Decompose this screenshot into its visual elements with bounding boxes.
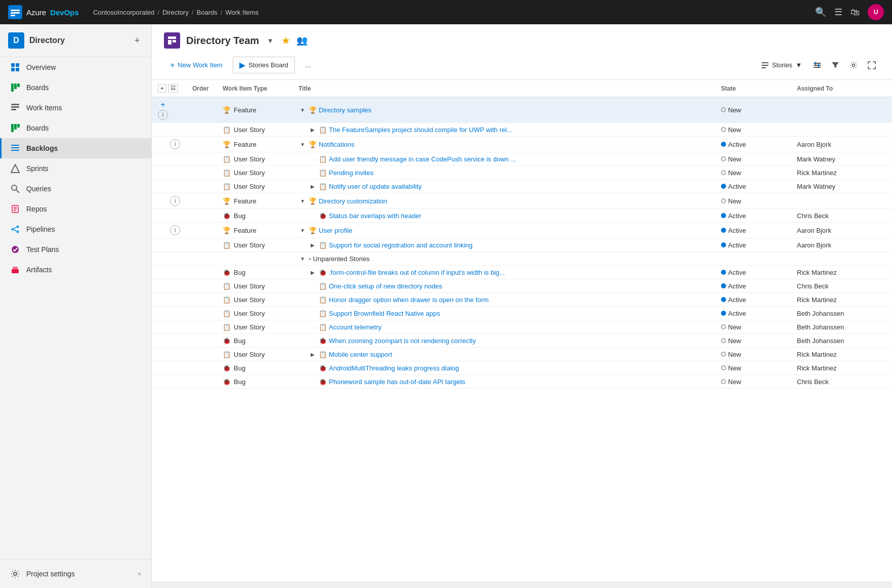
title-link[interactable]: User profile xyxy=(319,227,352,234)
collapse-row-button[interactable]: ▼ xyxy=(299,106,307,114)
title-link[interactable]: One-click setup of new directory nodes xyxy=(329,282,442,290)
title-link[interactable]: Phoneword sample has out-of-date API tar… xyxy=(329,378,465,386)
expand-row-button[interactable]: ▶ xyxy=(309,350,317,358)
type-badge: 🏆Feature xyxy=(223,141,257,148)
breadcrumb-workitems[interactable]: Work Items xyxy=(225,9,259,16)
svg-rect-5 xyxy=(11,68,15,71)
settings-button[interactable] xyxy=(845,57,862,73)
more-options-label: … xyxy=(305,61,312,69)
cell-order xyxy=(186,223,217,238)
settings-icon xyxy=(10,569,20,579)
type-icon: 📋 xyxy=(223,296,231,304)
sidebar-item-boards[interactable]: Boards xyxy=(0,77,151,98)
breadcrumb-project[interactable]: Directory xyxy=(162,9,189,16)
column-options-button[interactable] xyxy=(809,57,825,73)
state-cell: Active xyxy=(721,269,785,276)
cell-order xyxy=(186,123,217,137)
title-link[interactable]: Notify user of update availability xyxy=(329,183,422,190)
title-link[interactable]: The FeatureSamples project should compil… xyxy=(329,126,512,134)
title-link[interactable]: Support Brownfield React Native apps xyxy=(329,310,440,317)
expand-button[interactable] xyxy=(864,57,880,73)
title-link[interactable]: Add user friendly message in case CodePu… xyxy=(329,155,516,163)
sidebar-item-label-pipelines: Pipelines xyxy=(26,225,55,233)
table-header: + ☷ Order Work Item Type Title State Ass… xyxy=(152,80,892,97)
new-work-item-button[interactable]: + New Work Item xyxy=(164,58,229,73)
type-icon: 🐞 xyxy=(223,212,231,220)
state-label: Active xyxy=(728,310,746,317)
breadcrumb-org[interactable]: ContosoIncorporated xyxy=(93,9,154,16)
cell-state: New xyxy=(715,361,791,375)
state-cell: Active xyxy=(721,310,785,317)
team-name: Directory Team xyxy=(186,35,259,47)
grid-col-icon[interactable]: ☷ xyxy=(168,84,178,93)
add-col-icon[interactable]: + xyxy=(158,84,166,93)
cell-assigned xyxy=(791,97,892,123)
title-link[interactable]: Account telemetry xyxy=(329,323,381,331)
info-button[interactable]: i xyxy=(158,110,168,120)
cell-title: ▶📋Mobile center support xyxy=(292,348,715,361)
expand-row-button[interactable]: ▶ xyxy=(309,125,317,134)
expand-row-button[interactable]: ▶ xyxy=(309,268,317,276)
sidebar-item-backlogs[interactable]: Backlogs xyxy=(0,138,151,158)
more-options-button[interactable]: … xyxy=(299,58,318,72)
collapse-row-button[interactable]: ▼ xyxy=(299,255,307,263)
expand-row-button[interactable]: ▶ xyxy=(309,241,317,249)
bottom-scrollbar[interactable] xyxy=(152,582,892,588)
user-avatar[interactable]: U xyxy=(868,4,884,20)
add-project-button[interactable]: + xyxy=(131,34,143,47)
sidebar-item-queries[interactable]: Queries xyxy=(0,179,151,199)
title-link[interactable]: Support for social registration and acco… xyxy=(329,241,473,249)
sidebar-item-workitems[interactable]: Work Items xyxy=(0,98,151,118)
sidebar-item-testplans[interactable]: Test Plans xyxy=(0,239,151,260)
collapse-row-button[interactable]: ▼ xyxy=(299,140,307,148)
title-link[interactable]: Directory samples xyxy=(319,106,371,114)
breadcrumb-boards[interactable]: Boards xyxy=(197,9,218,16)
title-link[interactable]: Mobile center support xyxy=(329,351,392,358)
cell-order xyxy=(186,348,217,361)
add-item-button[interactable]: + xyxy=(158,100,168,110)
col-header-title: Title xyxy=(292,80,715,97)
cell-title: ▼🏆Notifications xyxy=(292,137,715,152)
table-row: 🐞Bug▶🐞AndroidMultiThreading leaks progre… xyxy=(152,361,892,375)
expand-row-button[interactable]: ▶ xyxy=(309,182,317,190)
title-link[interactable]: Notifications xyxy=(319,141,355,148)
state-dot xyxy=(721,198,726,203)
sidebar-item-project-settings[interactable]: Project settings « xyxy=(0,564,151,584)
title-link[interactable]: Directory customization xyxy=(319,197,387,205)
manage-team-button[interactable]: 👥 xyxy=(296,35,308,46)
sidebar-item-overview[interactable]: Overview xyxy=(0,57,151,77)
title-link[interactable]: Pending invites xyxy=(329,169,373,177)
title-link[interactable]: .form-control-file breaks out of column … xyxy=(329,269,505,276)
board-selector[interactable]: ▶ Stories Board xyxy=(233,57,295,73)
table-row: 📋User Story▶📋Honor dragger option when d… xyxy=(152,293,892,307)
svg-rect-9 xyxy=(17,83,20,87)
cell-controls xyxy=(152,279,186,293)
sidebar-item-artifacts[interactable]: Artifacts xyxy=(0,260,151,280)
sidebar-item-sprints[interactable]: Sprints xyxy=(0,158,151,179)
table-row: 📋User Story▶📋Support Brownfield React Na… xyxy=(152,307,892,320)
info-button[interactable]: i xyxy=(170,196,180,206)
logo[interactable]: Azure DevOps xyxy=(8,5,79,19)
sidebar-item-pipelines[interactable]: Pipelines xyxy=(0,219,151,239)
type-icon: 🏆 xyxy=(223,197,231,205)
title-link[interactable]: Status bar overlaps with header xyxy=(329,212,421,220)
info-button[interactable]: i xyxy=(170,139,180,149)
title-link[interactable]: Honor dragger option when drawer is open… xyxy=(329,296,489,304)
stories-dropdown-button[interactable]: Stories ▼ xyxy=(756,58,807,72)
search-icon[interactable]: 🔍 xyxy=(815,7,826,18)
menu-icon[interactable]: ☰ xyxy=(834,7,842,18)
collapse-icon[interactable]: « xyxy=(138,570,141,577)
collapse-row-button[interactable]: ▼ xyxy=(299,197,307,205)
svg-rect-17 xyxy=(11,147,19,148)
info-button[interactable]: i xyxy=(170,225,180,235)
state-dot xyxy=(721,242,726,247)
collapse-row-button[interactable]: ▼ xyxy=(299,226,307,234)
sidebar-item-repos[interactable]: Repos xyxy=(0,199,151,219)
title-link[interactable]: AndroidMultiThreading leaks progress dia… xyxy=(329,364,459,372)
team-dropdown-button[interactable]: ▼ xyxy=(265,35,275,46)
title-link[interactable]: When zooming zoompart is not rendering c… xyxy=(329,337,476,345)
favorite-button[interactable]: ★ xyxy=(281,34,290,47)
sidebar-item-boards2[interactable]: Boards xyxy=(0,118,151,138)
filter-button[interactable] xyxy=(827,57,843,73)
shopping-bag-icon[interactable]: 🛍 xyxy=(851,7,860,18)
